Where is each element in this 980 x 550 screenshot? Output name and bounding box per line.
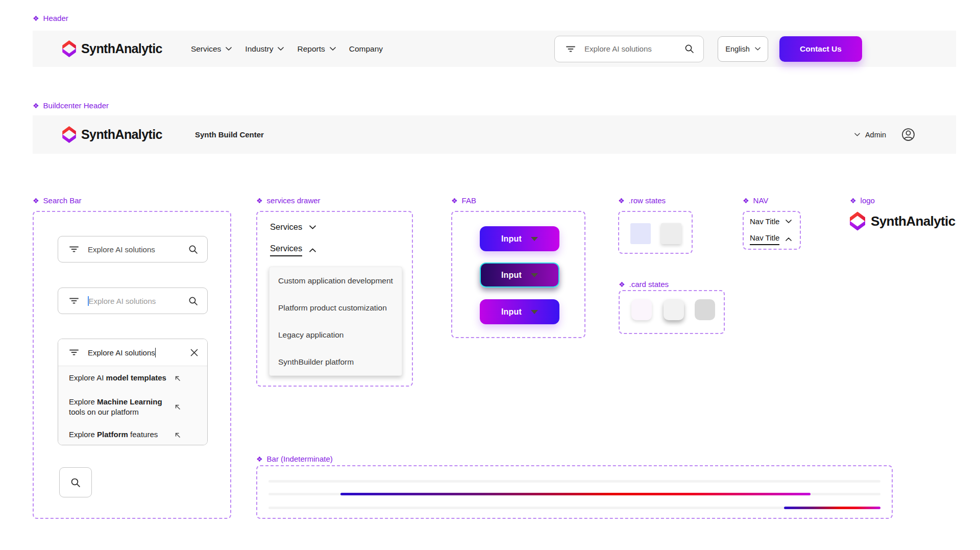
component-marker-icon: ❖ bbox=[619, 280, 625, 289]
nav-item-company[interactable]: Company bbox=[349, 44, 383, 54]
nav-title-expanded[interactable]: Nav Title bbox=[750, 233, 792, 245]
card-state-disabled[interactable] bbox=[695, 299, 715, 320]
search-suggestions-panel: Explore AI solutions Explore AI model te… bbox=[58, 339, 208, 445]
nav-item-industry[interactable]: Industry bbox=[245, 44, 284, 54]
search-input-typed[interactable]: Explore AI solutions bbox=[58, 339, 207, 366]
caret-down-icon bbox=[531, 310, 538, 314]
dropdown-item[interactable]: Platform product customization bbox=[270, 294, 402, 321]
caret-down-icon bbox=[531, 237, 538, 241]
suggestion-item[interactable]: Explore Machine Learning tools on our pl… bbox=[58, 390, 207, 424]
search-input-value-wrap: Explore AI solutions bbox=[88, 348, 190, 357]
component-marker-icon: ❖ bbox=[33, 196, 39, 205]
section-label-text: Bar (Indeterminate) bbox=[267, 455, 333, 464]
brand-logo-icon bbox=[62, 126, 76, 143]
logo-component: SynthAnalytic bbox=[850, 211, 955, 231]
search-input-value: Explore AI solutions bbox=[88, 348, 155, 357]
component-marker-icon: ❖ bbox=[33, 14, 39, 23]
component-marker-icon: ❖ bbox=[618, 196, 625, 205]
nav-title-label: Nav Title bbox=[750, 233, 779, 245]
nav-item-services[interactable]: Services bbox=[191, 44, 232, 54]
nav-item-label: Company bbox=[349, 44, 383, 54]
section-label-text: NAV bbox=[753, 196, 769, 205]
row-state-hover[interactable] bbox=[630, 223, 651, 244]
chevron-up-icon bbox=[786, 237, 792, 241]
nav-item-label: Services bbox=[191, 44, 221, 54]
component-marker-icon: ❖ bbox=[33, 101, 39, 110]
fab-input-button-focused[interactable]: Input bbox=[480, 262, 559, 288]
search-input-focused[interactable]: Explore AI solutions bbox=[58, 288, 208, 314]
filter-icon bbox=[566, 46, 575, 52]
insert-arrow-icon[interactable] bbox=[174, 403, 181, 411]
insert-arrow-icon[interactable] bbox=[174, 432, 181, 439]
filter-icon bbox=[69, 349, 79, 355]
chevron-up-icon bbox=[309, 248, 316, 252]
chevron-down-icon bbox=[278, 47, 284, 51]
page: ❖ Header SynthAnalytic Services Industry bbox=[0, 14, 980, 550]
brand-name: SynthAnalytic bbox=[81, 41, 162, 56]
card-state-raised[interactable] bbox=[664, 299, 684, 320]
brand-name: SynthAnalytic bbox=[81, 127, 162, 142]
nav-item-label: Reports bbox=[297, 44, 325, 54]
fab-input-button-alt[interactable]: Input bbox=[480, 299, 559, 324]
nav-item-label: Industry bbox=[245, 44, 273, 54]
dropdown-item[interactable]: Custom application development bbox=[270, 267, 402, 294]
component-marker-icon: ❖ bbox=[850, 196, 856, 205]
search-icon[interactable] bbox=[188, 296, 198, 306]
filter-icon bbox=[69, 298, 79, 304]
section-label-text: services drawer bbox=[267, 196, 321, 205]
brand-logo-icon bbox=[850, 211, 865, 231]
language-selector[interactable]: English bbox=[718, 36, 768, 62]
dropdown-item[interactable]: SynthBuilder platform bbox=[270, 348, 402, 375]
brand-logo[interactable]: SynthAnalytic bbox=[62, 40, 162, 57]
card-state-light[interactable] bbox=[631, 299, 652, 320]
search-icon[interactable] bbox=[188, 245, 198, 254]
progress-fill bbox=[340, 493, 811, 495]
suggestion-item[interactable]: Explore AI model templates bbox=[58, 366, 207, 390]
search-input-default[interactable]: Explore AI solutions bbox=[58, 236, 208, 262]
section-label-logo: ❖ logo bbox=[850, 196, 875, 205]
section-label-services-drawer: ❖ services drawer bbox=[256, 196, 321, 205]
search-bar-frame: Explore AI solutions Explore AI solution… bbox=[33, 211, 231, 519]
nav-title-collapsed[interactable]: Nav Title bbox=[750, 217, 792, 226]
section-label-fab: ❖ FAB bbox=[451, 196, 476, 205]
section-label-text: Search Bar bbox=[43, 196, 82, 205]
fab-input-button-default[interactable]: Input bbox=[480, 226, 559, 251]
search-icon-button[interactable] bbox=[59, 467, 92, 497]
chevron-down-icon bbox=[755, 47, 761, 51]
admin-menu[interactable]: Admin bbox=[854, 128, 915, 141]
component-marker-icon: ❖ bbox=[256, 196, 263, 205]
progress-fill bbox=[784, 507, 880, 509]
fab-frame: Input Input Input bbox=[451, 211, 585, 338]
search-input-value: Explore AI solutions bbox=[88, 245, 188, 254]
services-trigger-expanded[interactable]: Services bbox=[270, 244, 316, 256]
dropdown-item[interactable]: Legacy application bbox=[270, 321, 402, 348]
search-icon bbox=[70, 477, 81, 488]
caret-down-icon bbox=[531, 273, 538, 277]
user-avatar-icon[interactable] bbox=[901, 128, 915, 141]
brand-name: SynthAnalytic bbox=[871, 213, 955, 229]
contact-us-button[interactable]: Contact Us bbox=[779, 36, 862, 62]
brand-logo[interactable]: SynthAnalytic bbox=[62, 126, 162, 143]
nav-frame: Nav Title Nav Title bbox=[743, 211, 801, 250]
progress-track bbox=[268, 493, 880, 495]
header-search-input[interactable]: Explore AI solutions bbox=[554, 36, 704, 62]
nav-item-reports[interactable]: Reports bbox=[297, 44, 335, 54]
row-state-raised[interactable] bbox=[661, 223, 681, 244]
section-label-text: Header bbox=[43, 14, 68, 23]
chevron-down-icon bbox=[330, 47, 336, 51]
progress-track-empty bbox=[268, 480, 880, 483]
section-label-bar: ❖ Bar (Indeterminate) bbox=[256, 455, 333, 464]
section-label-card-states: ❖ .card states bbox=[619, 280, 669, 289]
section-label-row-states: ❖ .row states bbox=[618, 196, 666, 205]
card-states-frame bbox=[619, 290, 725, 334]
progress-track bbox=[268, 507, 880, 509]
suggestion-item[interactable]: Explore Platform features bbox=[58, 424, 207, 445]
services-dropdown: Custom application development Platform … bbox=[269, 267, 402, 376]
search-input-placeholder: Explore AI solutions bbox=[89, 297, 156, 305]
insert-arrow-icon[interactable] bbox=[174, 375, 181, 382]
services-trigger-collapsed[interactable]: Services bbox=[270, 222, 316, 232]
component-marker-icon: ❖ bbox=[743, 196, 749, 205]
search-icon[interactable] bbox=[684, 44, 694, 54]
section-label-search-bar: ❖ Search Bar bbox=[33, 196, 82, 205]
close-icon[interactable] bbox=[190, 349, 198, 356]
